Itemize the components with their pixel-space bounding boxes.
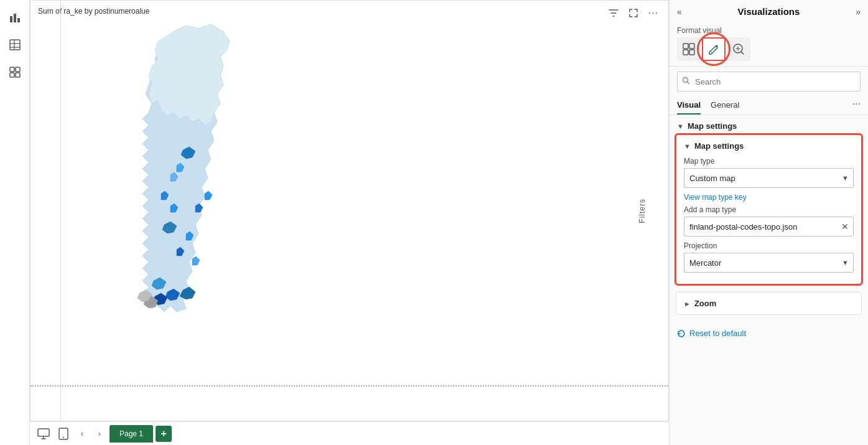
filters-label: Filters	[638, 199, 646, 223]
svg-rect-16	[683, 50, 688, 55]
svg-rect-8	[16, 67, 20, 72]
svg-rect-3	[10, 40, 20, 50]
reset-section: Reset to default	[670, 317, 868, 349]
svg-rect-15	[689, 44, 694, 49]
svg-point-19	[683, 78, 688, 83]
svg-rect-7	[10, 67, 14, 72]
add-page-btn[interactable]: +	[156, 426, 172, 442]
reset-icon	[677, 329, 686, 338]
add-map-type-input[interactable]	[684, 217, 854, 237]
main-content: Sum of ra_ke by postinumeroalue ··· Filt…	[30, 0, 669, 445]
filter-icon[interactable]	[606, 6, 621, 21]
svg-rect-0	[10, 16, 12, 22]
tab-row: Visual General ···	[670, 96, 868, 115]
search-icon	[682, 77, 690, 87]
chevron-down-icon: ▼	[677, 123, 684, 130]
map-type-label: Map type	[684, 157, 854, 166]
dashboard-icon[interactable]	[4, 61, 26, 83]
finland-map	[62, 13, 373, 362]
svg-rect-11	[38, 429, 49, 436]
collapse-left-btn[interactable]: «	[677, 7, 682, 17]
projection-label: Projection	[684, 241, 854, 250]
map-settings-outer-label: Map settings	[688, 121, 737, 131]
reset-default-btn[interactable]: Reset to default	[670, 322, 754, 344]
zoom-label: Zoom	[694, 299, 716, 308]
expand-right-btn[interactable]: »	[856, 7, 861, 17]
map-settings-inner-label: Map settings	[694, 141, 744, 151]
map-settings-inner-header[interactable]: ▼ Map settings	[684, 141, 854, 151]
svg-point-13	[63, 437, 64, 438]
next-page-btn[interactable]: ›	[92, 426, 107, 441]
tablet-icon[interactable]	[55, 425, 72, 443]
map-settings-card: ▼ Map settings Map type Custom map Defau…	[676, 134, 862, 284]
analytics-tab[interactable]	[727, 37, 750, 61]
svg-rect-9	[10, 73, 14, 77]
tab-more-btn[interactable]: ···	[852, 98, 861, 113]
view-map-key-link[interactable]: View map type key	[684, 193, 854, 202]
canvas-left-border	[60, 1, 61, 421]
grid-view-tab[interactable]	[677, 37, 701, 61]
general-tab[interactable]: General	[711, 96, 739, 115]
map-type-dropdown-wrapper: Custom map Default map Filled map ▼	[684, 168, 854, 188]
filters-side: Filters	[638, 1, 646, 421]
format-tab[interactable]	[702, 37, 726, 61]
svg-rect-1	[14, 14, 16, 22]
projection-dropdown-wrapper: Mercator Albers Equirectangular ▼	[684, 253, 854, 273]
clear-input-btn[interactable]: ✕	[841, 222, 849, 232]
divider-1	[670, 66, 868, 67]
prev-page-btn[interactable]: ‹	[75, 426, 90, 441]
search-input[interactable]	[677, 72, 861, 91]
visualizations-title: Visualizations	[738, 6, 800, 17]
more-options-icon[interactable]: ···	[646, 6, 661, 21]
zoom-section: ► Zoom	[676, 292, 862, 315]
right-panel: « Visualizations » Format visual	[669, 0, 868, 445]
svg-rect-2	[17, 18, 20, 22]
canvas-area: Sum of ra_ke by postinumeroalue ··· Filt…	[30, 0, 669, 421]
bottom-bar: ‹ › Page 1 +	[30, 421, 669, 445]
left-sidebar	[0, 0, 30, 445]
page-tab[interactable]: Page 1	[110, 425, 153, 443]
svg-rect-10	[16, 73, 20, 77]
svg-rect-17	[689, 50, 694, 55]
bar-chart-icon[interactable]	[4, 6, 26, 29]
zoom-header[interactable]: ► Zoom	[676, 293, 861, 314]
map-type-select[interactable]: Custom map Default map Filled map	[684, 168, 854, 188]
icon-tab-row	[670, 37, 868, 66]
reset-label: Reset to default	[689, 329, 746, 338]
add-map-type-label: Add a map type	[684, 205, 854, 214]
canvas-toolbar: ···	[606, 6, 661, 21]
inner-chevron-icon: ▼	[684, 143, 691, 150]
svg-rect-14	[683, 44, 688, 49]
monitor-icon[interactable]	[35, 425, 52, 443]
add-map-type-wrapper: ✕	[684, 217, 854, 237]
canvas-bottom-border	[30, 385, 668, 386]
table-icon[interactable]	[4, 34, 26, 56]
format-visual-label: Format visual	[677, 26, 722, 35]
search-box	[677, 72, 861, 91]
map-settings-outer-header[interactable]: ▼ Map settings	[670, 115, 868, 134]
visual-tab[interactable]: Visual	[677, 96, 701, 115]
format-visual-section: Format visual	[670, 21, 868, 37]
projection-select[interactable]: Mercator Albers Equirectangular	[684, 253, 854, 273]
zoom-chevron-icon: ►	[684, 300, 691, 307]
